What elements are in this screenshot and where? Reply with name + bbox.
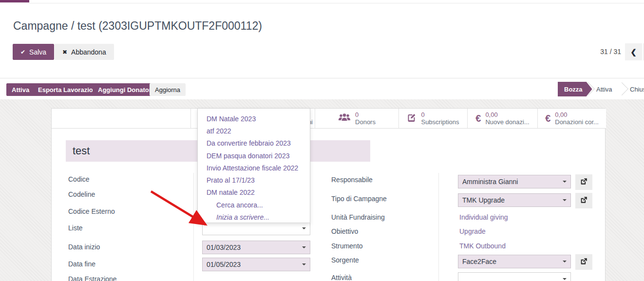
responsabile-external-link-button[interactable] xyxy=(575,174,592,190)
stat-donors-value: 0 xyxy=(355,111,376,118)
stat-subscriptions-label: Subscriptions xyxy=(421,118,459,126)
campaign-form-page: Campagne / test (2303IGUPTMKOUTF2F000112… xyxy=(0,0,644,281)
sorgente-external-link-button[interactable] xyxy=(575,254,592,270)
obiettivo-link[interactable]: Upgrade xyxy=(459,227,486,235)
users-icon xyxy=(338,113,351,124)
dropdown-search-more[interactable]: Cerca ancora... xyxy=(198,199,310,211)
dropdown-type-hint: Inizia a scrivere... xyxy=(198,211,310,223)
caret-down-icon xyxy=(563,278,567,280)
form-group-divider xyxy=(438,173,439,281)
dropdown-item[interactable]: DM Natale 2023 xyxy=(198,112,310,125)
external-link-icon xyxy=(580,177,588,187)
label-tipo-campagne: Tipo di Campagne xyxy=(331,195,387,203)
dropdown-item[interactable]: DEM pasqua donatori 2023 xyxy=(198,150,310,162)
tipo-campagne-select[interactable]: TMK Upgrade xyxy=(458,193,571,207)
responsabile-value: Amministra Gianni xyxy=(462,178,518,186)
caret-down-icon xyxy=(302,246,306,248)
responsabile-select[interactable]: Amministra Gianni xyxy=(458,175,571,188)
label-attivita: Attività xyxy=(331,274,352,281)
external-link-icon xyxy=(580,196,588,206)
liste-dropdown-menu: DM Natale 2023 atf 2022 Da convertire fe… xyxy=(197,108,310,223)
data-fine-select[interactable]: 01/05/2023 xyxy=(202,258,310,271)
label-codice-esterno: Codice Esterno xyxy=(68,207,115,215)
statusbar-step-chiuso[interactable]: Chiuso xyxy=(630,86,644,93)
label-codice: Codice xyxy=(68,175,90,183)
stat-button-row: ni 0 Donors xyxy=(52,109,605,129)
attiva-button[interactable]: Attiva xyxy=(6,83,35,96)
strumento-link[interactable]: TMK Outbound xyxy=(459,242,506,250)
stat-correnti-value: 0,00 xyxy=(555,111,599,118)
liste-select[interactable] xyxy=(202,222,310,235)
label-data-estrazione: Data Estrazione xyxy=(68,275,117,281)
stat-nuove-value: 0,00 xyxy=(485,111,529,118)
attivita-select[interactable] xyxy=(458,272,571,281)
header-divider xyxy=(0,78,644,78)
stat-button-donazioni-correnti[interactable]: € 0,00 Donazioni cor... xyxy=(537,109,606,128)
data-inizio-select[interactable]: 01/03/2023 xyxy=(202,241,310,254)
data-inizio-value: 01/03/2023 xyxy=(207,244,241,251)
label-strumento: Strumento xyxy=(331,242,363,250)
caret-down-icon xyxy=(302,263,306,265)
external-link-icon xyxy=(580,257,588,267)
dropdown-item[interactable]: DM natale 2022 xyxy=(198,187,310,199)
check-icon: ✔ xyxy=(20,49,25,56)
sorgente-select[interactable]: Face2Face xyxy=(458,255,571,268)
sorgente-value: Face2Face xyxy=(462,258,496,265)
topbar-divider xyxy=(0,3,644,3)
data-fine-value: 01/05/2023 xyxy=(207,261,241,268)
stat-button-donors[interactable]: 0 Donors xyxy=(315,109,398,128)
euro-icon: € xyxy=(545,113,550,124)
label-data-fine: Data fine xyxy=(68,260,95,268)
dropdown-item[interactable]: Prato al 17/1/23 xyxy=(198,174,310,186)
caret-down-icon xyxy=(563,199,567,201)
tipo-campagne-value: TMK Upgrade xyxy=(462,196,505,204)
stat-correnti-label: Donazioni cor... xyxy=(555,118,599,126)
stat-nuove-label: Nuove donazi... xyxy=(485,118,529,126)
caret-down-icon xyxy=(563,261,567,262)
label-liste: Liste xyxy=(68,224,83,232)
tipo-campagne-external-link-button[interactable] xyxy=(575,193,592,208)
pager-value: 31 / 31 xyxy=(580,48,621,56)
save-button[interactable]: ✔ Salva xyxy=(13,44,54,60)
dropdown-item[interactable]: Da convertire febbraio 2023 xyxy=(198,137,310,150)
stat-button-nuove-donazioni[interactable]: € 0,00 Nuove donazi... xyxy=(467,109,537,128)
statusbar-step-attiva[interactable]: Attiva xyxy=(596,86,612,93)
label-obiettivo: Obiettivo xyxy=(331,227,358,235)
save-button-label: Salva xyxy=(29,48,46,56)
discard-button[interactable]: ✖ Abbandona xyxy=(55,44,114,60)
chevron-left-icon: ❮ xyxy=(630,48,637,56)
statusbar-chevron-icon xyxy=(615,82,628,95)
app-menu-strip[interactable] xyxy=(0,0,29,2)
stat-donors-label: Donors xyxy=(355,118,376,126)
caret-down-icon xyxy=(563,181,567,183)
stat-subscriptions-value: 0 xyxy=(421,111,459,118)
dropdown-item[interactable]: atf 2022 xyxy=(198,125,310,137)
aggiungi-donatori-button[interactable]: Aggiungi Donatori xyxy=(93,83,158,96)
label-codeline: Codeline xyxy=(68,190,95,198)
unita-fundraising-link[interactable]: Individual giving xyxy=(459,213,508,221)
stat-button-subscriptions[interactable]: 0 Subscriptions xyxy=(398,109,467,128)
dropdown-item[interactable]: Invio Attestazione fiscale 2022 xyxy=(198,162,310,174)
label-data-inizio: Data inizio xyxy=(68,243,100,251)
close-icon: ✖ xyxy=(62,49,67,56)
label-sorgente: Sorgente xyxy=(331,256,359,264)
edit-note-icon xyxy=(407,113,417,124)
form-group-divider xyxy=(193,173,194,281)
breadcrumb: Campagne / test (2303IGUPTMKOUTF2F000112… xyxy=(13,19,262,33)
caret-down-icon xyxy=(302,227,306,229)
discard-button-label: Abbandona xyxy=(71,48,106,56)
label-unita-fundraising: Unità Fundraising xyxy=(331,213,385,221)
pager-prev-button[interactable]: ❮ xyxy=(625,43,642,60)
aggiorna-button[interactable]: Aggiorna xyxy=(150,83,186,96)
euro-icon: € xyxy=(475,113,481,124)
label-responsabile: Responsabile xyxy=(331,176,373,184)
